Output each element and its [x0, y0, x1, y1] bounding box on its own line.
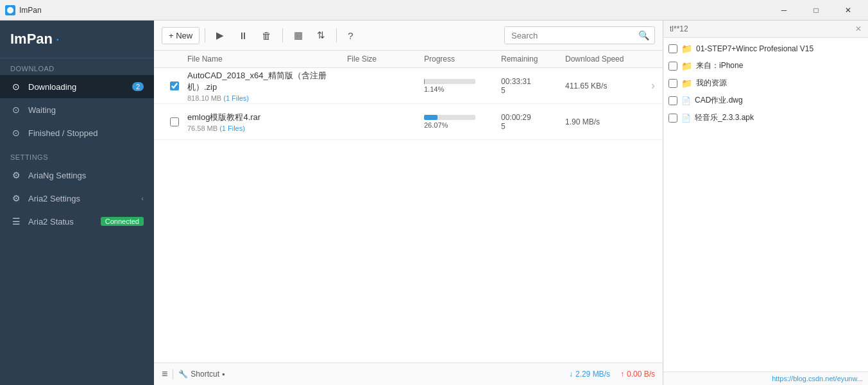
- right-panel-list: 📁 01-STEP7+Wincc Profesional V15 📁 来自：iP…: [663, 38, 868, 372]
- list-item[interactable]: 📁 我的资源: [663, 74, 868, 92]
- download-table: AutoCAD_2018_x64_精简版（含注册机）.zip 818.10 MB…: [154, 68, 663, 363]
- rp-item5-checkbox[interactable]: [668, 114, 677, 123]
- settings-section-label: Settings: [0, 147, 154, 164]
- right-panel-title: tl**12: [670, 24, 688, 33]
- toolbar-separator-3: [336, 28, 337, 42]
- sidebar-item-waiting-label: Waiting: [28, 105, 56, 115]
- folder-icon: 📁: [681, 61, 692, 71]
- col-checkbox: [162, 55, 187, 64]
- help-button[interactable]: ?: [342, 26, 359, 45]
- col-progress: Progress: [424, 55, 501, 64]
- down-arrow-icon: ↓: [569, 370, 573, 379]
- new-button[interactable]: + New: [162, 27, 200, 44]
- row2-filename: emlog模版教程4.rar: [187, 112, 347, 123]
- downloading-icon: ⊙: [10, 81, 22, 92]
- row1-meta: 818.10 MB (1 Files): [187, 94, 347, 102]
- row2-checkbox[interactable]: [170, 117, 179, 126]
- folder-icon: 📁: [681, 44, 692, 54]
- shortcut-icon: 🔧: [178, 370, 188, 379]
- table-row: AutoCAD_2018_x64_精简版（含注册机）.zip 818.10 MB…: [154, 68, 663, 104]
- search-input[interactable]: [505, 28, 633, 44]
- sidebar-item-waiting[interactable]: ⊙ Waiting: [0, 98, 154, 121]
- rp-item3-name: 我的资源: [696, 78, 727, 89]
- logo-dot: ▪: [56, 36, 59, 43]
- shortcut-button[interactable]: 🔧 Shortcut ▪: [178, 370, 225, 379]
- minimize-button[interactable]: ─: [769, 0, 799, 21]
- row1-progress-text: 1.14%: [424, 85, 501, 93]
- sidebar-item-aria2-settings[interactable]: ⚙ Aria2 Settings ‹: [0, 187, 154, 210]
- toolbar-separator-2: [282, 28, 283, 42]
- search-icon-button[interactable]: 🔍: [633, 27, 654, 44]
- maximize-button[interactable]: □: [801, 0, 831, 21]
- row2-progress-bar-container: [424, 115, 475, 120]
- col-remaining: Remaining: [501, 55, 565, 64]
- row1-file-info: AutoCAD_2018_x64_精简版（含注册机）.zip 818.10 MB…: [187, 70, 347, 102]
- upload-speed-value: 0.00 B/s: [627, 370, 655, 379]
- window-controls: ─ □ ✕: [769, 0, 863, 21]
- aria2-status-badge: Connected: [101, 217, 144, 226]
- list-item[interactable]: 📄 CAD作业.dwg: [663, 92, 868, 109]
- sidebar: ImPan ▪ Download ⊙ Downloading 2 ⊙ Waiti…: [0, 21, 154, 385]
- row1-progress-bar-container: [424, 79, 475, 84]
- table-row: emlog模版教程4.rar 76.58 MB (1 Files) 26.07%…: [154, 104, 663, 140]
- logo-text: ImPan: [10, 31, 53, 47]
- row1-progress: 1.14%: [424, 79, 501, 93]
- shortcut-label: Shortcut: [191, 370, 219, 379]
- list-item[interactable]: 📁 来自：iPhone: [663, 57, 868, 74]
- rp-item2-name: 来自：iPhone: [696, 60, 743, 71]
- sidebar-item-ariang-settings[interactable]: ⚙ AriaNg Settings: [0, 164, 154, 187]
- col-filename: File Name: [187, 55, 347, 64]
- row2-speed: 1.90 MB/s: [565, 117, 600, 126]
- download-speed-value: 2.29 MB/s: [575, 370, 610, 379]
- shortcut-dot: ▪: [222, 370, 225, 379]
- search-box: 🔍: [504, 26, 655, 44]
- list-item[interactable]: 📄 轻音乐_2.3.3.apk: [663, 109, 868, 126]
- row1-progress-bar: [424, 79, 425, 84]
- downloading-badge: 2: [132, 82, 144, 91]
- row1-files-link[interactable]: (1 Files): [223, 94, 249, 102]
- rp-item1-checkbox[interactable]: [668, 44, 677, 53]
- row1-arrow[interactable]: ›: [651, 79, 655, 92]
- aria2-status-label: Aria2 Status: [28, 217, 74, 227]
- list-item[interactable]: 📁 01-STEP7+Wincc Profesional V15: [663, 40, 868, 57]
- close-button[interactable]: ✕: [833, 0, 863, 21]
- row1-checkbox-cell[interactable]: [162, 81, 187, 90]
- aria2-settings-label: Aria2 Settings: [28, 194, 80, 203]
- row1-remaining: 00:33:31 5: [501, 77, 565, 95]
- right-panel-header: tl**12 ✕: [663, 21, 868, 38]
- sidebar-logo: ImPan ▪: [0, 21, 154, 58]
- row1-checkbox[interactable]: [170, 81, 179, 90]
- toolbar-separator-1: [205, 28, 205, 42]
- rp-item5-name: 轻音乐_2.3.3.apk: [695, 112, 754, 123]
- pause-button[interactable]: ⏸: [232, 26, 253, 45]
- right-panel: tl**12 ✕ 📁 01-STEP7+Wincc Profesional V1…: [663, 21, 868, 385]
- footer-link: https://blog.csdn.net/eyunw...: [772, 375, 863, 382]
- sort-button[interactable]: ⇅: [311, 26, 331, 45]
- row2-progress-text: 26.07%: [424, 121, 501, 129]
- rp-item3-checkbox[interactable]: [668, 79, 677, 88]
- menu-icon[interactable]: ≡: [162, 368, 167, 380]
- row2-progress-bar: [424, 115, 438, 120]
- sidebar-item-downloading-label: Downloading: [28, 82, 76, 92]
- sidebar-item-finished[interactable]: ⊙ Finished / Stopped: [0, 121, 154, 144]
- rp-item1-name: 01-STEP7+Wincc Profesional V15: [696, 44, 813, 53]
- finished-icon: ⊙: [10, 128, 22, 138]
- file-icon: 📄: [681, 114, 691, 123]
- row2-files-link[interactable]: (1 Files): [219, 124, 245, 132]
- sidebar-item-aria2-status[interactable]: ☰ Aria2 Status Connected: [0, 210, 154, 233]
- speed-info: ↓ 2.29 MB/s ↑ 0.00 B/s: [569, 370, 655, 379]
- rp-item4-checkbox[interactable]: [668, 96, 677, 105]
- ariang-settings-label: AriaNg Settings: [28, 171, 86, 180]
- delete-button[interactable]: 🗑: [256, 26, 277, 45]
- aria2-settings-icon: ⚙: [10, 193, 22, 203]
- row2-checkbox-cell[interactable]: [162, 117, 187, 126]
- waiting-icon: ⊙: [10, 105, 22, 115]
- rp-item2-checkbox[interactable]: [668, 62, 677, 71]
- play-button[interactable]: ▶: [210, 26, 230, 45]
- right-panel-close[interactable]: ✕: [855, 24, 862, 33]
- rp-item4-name: CAD作业.dwg: [695, 95, 743, 106]
- view-button[interactable]: ▦: [288, 26, 309, 45]
- sidebar-item-downloading[interactable]: ⊙ Downloading 2: [0, 75, 154, 98]
- aria2-status-icon: ☰: [10, 216, 22, 227]
- main-content: + New ▶ ⏸ 🗑 ▦ ⇅ ? 🔍 File Name File Size …: [154, 21, 663, 385]
